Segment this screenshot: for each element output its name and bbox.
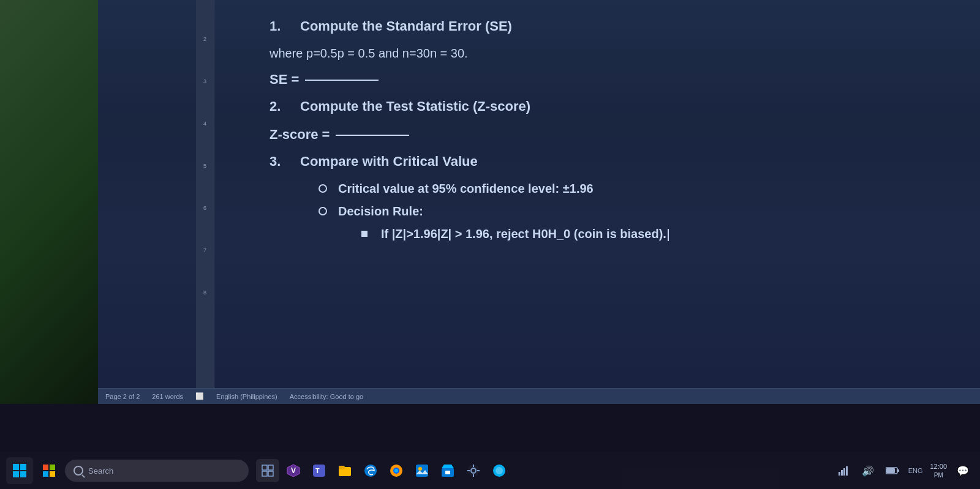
settings-button[interactable] [462,459,485,482]
ruler-mark-4: 4 [203,121,206,127]
edge-button[interactable] [359,459,382,482]
svg-marker-7 [50,471,55,477]
windows-logo-icon [43,465,55,477]
zscore-blank [336,133,409,136]
svg-marker-26 [442,465,454,468]
svg-rect-8 [262,465,267,470]
system-tray: 🔊 ENG 12:00 PM 💬 [832,460,974,482]
document-area: 2 3 4 5 6 7 8 1. Compute the Standard Er… [98,0,980,404]
svg-rect-9 [268,465,273,470]
circle-marker-1 [318,184,327,193]
circle-app-button[interactable] [488,459,511,482]
page-info: Page 2 of 2 [105,393,140,400]
svg-rect-41 [897,469,899,472]
windows-start-button[interactable] [6,457,33,484]
svg-marker-4 [43,465,48,470]
svg-point-21 [394,469,398,472]
photos-button[interactable] [410,459,434,482]
svg-text:V: V [291,466,296,475]
svg-rect-11 [268,471,273,476]
svg-rect-17 [339,466,345,469]
item-2-number: 2. [270,99,300,114]
ruler-mark-2: 2 [203,37,206,42]
svg-rect-38 [843,468,845,476]
bullet-decision-rule: Decision Rule: [318,204,980,218]
svg-rect-0 [13,464,19,470]
taskview-button[interactable] [256,459,279,482]
svg-point-23 [418,467,422,471]
clock[interactable]: 12:00 PM [927,460,949,482]
visual-studio-button[interactable]: V [282,459,305,482]
store-button[interactable] [436,459,459,482]
ruler-mark-3: 3 [203,79,206,84]
item-1-number: 1. [270,18,300,34]
se-label: SE = [270,72,299,88]
file-explorer-button[interactable] [333,459,356,482]
svg-rect-36 [839,472,840,476]
ruler-mark-8: 8 [203,290,206,296]
item-3-title: Compare with Critical Value [300,154,478,170]
bullet-critical-value: Critical value at 95% confidence level: … [318,182,980,196]
svg-rect-39 [846,466,848,476]
item-3: 3. Compare with Critical Value [270,154,980,170]
network-icon[interactable] [832,460,854,482]
document-content: 1. Compute the Standard Error (SE) where… [233,6,980,262]
svg-rect-10 [262,471,267,476]
battery-icon[interactable] [881,460,903,482]
language-info: English (Philippines) [216,393,277,400]
accessibility-info: Accessibility: Good to go [290,393,363,400]
text-cursor [668,229,669,241]
decision-rule-text: Decision Rule: [338,204,423,218]
zscore-label: Z-score = [270,127,330,143]
firefox-button[interactable] [385,459,408,482]
reject-rule-text: If |Z|>1.96|Z| > 1.96, reject H0H_0 (coi… [381,227,669,241]
item-1: 1. Compute the Standard Error (SE) [270,18,980,34]
svg-marker-5 [50,465,55,470]
left-background [0,0,98,404]
svg-rect-1 [20,464,26,470]
windows-logo-button[interactable] [37,458,61,483]
circle-marker-2 [318,207,327,215]
item-3-number: 3. [270,154,300,170]
taskbar: Search V T [0,452,980,489]
svg-marker-6 [43,471,48,477]
svg-point-35 [496,467,503,474]
search-placeholder: Search [88,466,113,476]
ruler-mark-7: 7 [203,248,206,253]
se-blank [305,78,379,81]
zscore-formula: Z-score = [270,127,980,143]
sound-icon[interactable]: 🔊 [857,460,879,482]
status-bar: Page 2 of 2 261 words ⬜ English (Philipp… [98,388,980,404]
item-2: 2. Compute the Test Statistic (Z-score) [270,99,980,114]
square-marker-1 [361,231,368,237]
ruler-mark-6: 6 [203,206,206,211]
search-icon [74,466,83,476]
svg-rect-37 [841,470,843,476]
svg-rect-42 [886,468,895,473]
svg-rect-22 [416,465,428,477]
critical-value-text: Critical value at 95% confidence level: … [338,182,594,196]
ruler: 2 3 4 5 6 7 8 [196,0,214,404]
svg-rect-2 [13,471,19,477]
taskbar-apps: V T [256,459,511,482]
svg-text:T: T [315,467,320,474]
word-count: 261 words [152,393,183,400]
teams-button[interactable]: T [307,459,331,482]
svg-rect-27 [445,471,450,474]
notification-icon[interactable]: 💬 [952,460,974,482]
bottom-strip [0,404,980,452]
ruler-mark-5: 5 [203,163,206,169]
se-formula: SE = [270,72,980,88]
search-bar[interactable]: Search [65,460,249,482]
item-1-title: Compute the Standard Error (SE) [300,18,512,34]
windows-icon [13,464,26,477]
bullet-reject-rule: If |Z|>1.96|Z| > 1.96, reject H0H_0 (coi… [361,227,980,241]
item-2-title: Compute the Test Statistic (Z-score) [300,99,530,114]
svg-rect-3 [20,471,26,477]
language-icon[interactable]: ENG [906,460,925,482]
document-icon: ⬜ [195,392,204,400]
where-text: where p=0.5p = 0.5 and n=30n = 30. [270,47,980,61]
